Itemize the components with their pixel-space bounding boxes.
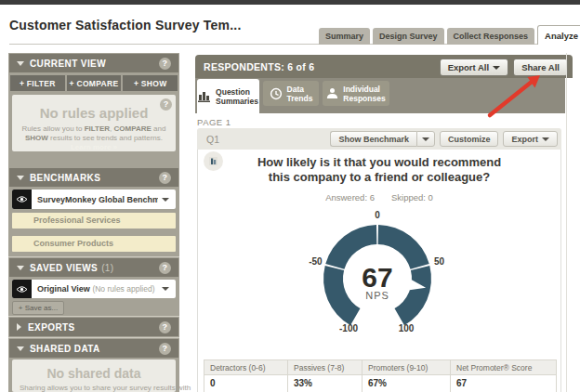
tab-label-line1: Question xyxy=(216,87,250,97)
no-rules-title: No rules applied xyxy=(12,105,176,121)
chevron-down-icon xyxy=(542,137,549,141)
gauge-value: 67 xyxy=(362,262,392,293)
tab-individual-responses[interactable]: IndividualResponses xyxy=(323,81,389,106)
tab-label-line2: Responses xyxy=(343,94,385,103)
saved-views-header[interactable]: SAVED VIEWS (1) xyxy=(9,258,178,277)
window-top-bar xyxy=(0,0,580,5)
tab-design-survey[interactable]: Design Survey xyxy=(373,28,444,45)
show-benchmark-button[interactable]: Show Benchmark xyxy=(330,131,416,147)
no-shared-data-title: No shared data xyxy=(12,366,176,381)
current-view-title: CURRENT VIEW xyxy=(30,59,106,69)
collapse-arrow-icon xyxy=(17,346,24,351)
benchmark-item-consumer-products[interactable]: Consumer Products xyxy=(12,236,176,252)
chevron-down-icon xyxy=(162,198,169,202)
clock-icon xyxy=(270,87,283,100)
help-icon[interactable] xyxy=(159,343,171,355)
help-icon[interactable] xyxy=(159,262,171,274)
exports-header[interactable]: EXPORTS xyxy=(9,318,178,336)
filter-button[interactable]: + FILTER xyxy=(10,75,65,91)
saved-views-count: (1) xyxy=(101,263,113,273)
question-actions: Show Benchmark Customize Export xyxy=(330,131,558,147)
promoters-percent: 67% xyxy=(368,378,450,388)
gauge-tick-label: 50 xyxy=(434,256,445,267)
compare-button[interactable]: + COMPARE xyxy=(67,75,122,91)
shared-data-header[interactable]: SHARED DATA xyxy=(9,339,178,358)
nps-summary-table: Detractors (0-6) Passives (7-8) Promoter… xyxy=(204,359,557,392)
promoters-cell: 67%4 xyxy=(362,375,451,392)
question-header-bar: Q1 Show Benchmark Customize Export xyxy=(197,128,561,150)
tab-label-line1: Individual xyxy=(343,85,380,94)
benchmarks-title: BENCHMARKS xyxy=(30,173,100,183)
export-button[interactable]: Export xyxy=(503,131,558,147)
answered-count: Answered: 6 xyxy=(325,192,375,203)
section-divider xyxy=(8,316,179,317)
passives-cell: 33%2 xyxy=(288,375,362,392)
question-stats: Answered: 6Skipped: 0 xyxy=(198,192,560,203)
help-icon[interactable] xyxy=(160,98,172,111)
column-header-passives: Passives (7-8) xyxy=(288,360,362,375)
no-shared-data-box: No shared data Sharing allows you to sha… xyxy=(12,359,176,392)
saved-view-note: (No rules applied) xyxy=(92,284,154,294)
expand-arrow-icon xyxy=(17,323,21,331)
tab-label-line2: Summaries xyxy=(216,97,258,106)
respondents-count: RESPONDENTS: 6 of 6 xyxy=(204,61,314,72)
tab-collect-responses[interactable]: Collect Responses xyxy=(447,28,535,45)
benchmark-selector[interactable]: SurveyMonkey Global Benchmark xyxy=(12,189,176,209)
show-button[interactable]: + SHOW xyxy=(123,75,178,91)
nps-score-cell: 67 xyxy=(451,375,557,392)
exports-title: EXPORTS xyxy=(28,322,75,333)
shared-data-title: SHARED DATA xyxy=(30,344,100,354)
benchmarks-header[interactable]: BENCHMARKS xyxy=(9,168,178,187)
survey-title: Customer Satisfaction Survey Tem... xyxy=(9,18,241,33)
show-benchmark-dropdown-button[interactable] xyxy=(416,131,435,147)
gauge-arc-segment xyxy=(395,266,432,325)
help-icon[interactable] xyxy=(159,58,171,70)
desc-show: SHOW xyxy=(25,134,48,142)
no-rules-description: Rules allow you to FILTER, COMPARE and S… xyxy=(12,124,176,152)
chevron-down-icon xyxy=(162,287,169,291)
collapse-arrow-icon xyxy=(17,61,24,66)
help-icon[interactable] xyxy=(159,321,171,333)
question-title-line2: this company to a friend or colleague? xyxy=(198,170,560,184)
export-label: Export xyxy=(511,135,538,144)
save-as-button[interactable]: + Save as... xyxy=(12,301,64,315)
tab-question-summaries[interactable]: QuestionSummaries xyxy=(197,79,259,113)
tab-summary[interactable]: Summary xyxy=(319,28,370,45)
gauge-arc-segment xyxy=(323,266,361,325)
eye-icon[interactable] xyxy=(12,189,32,209)
desc-compare: COMPARE xyxy=(114,124,152,133)
tab-label: DataTrends xyxy=(287,85,313,103)
passives-percent: 33% xyxy=(294,378,362,388)
saved-view-name: Original View xyxy=(37,284,90,294)
gauge-unit-label: NPS xyxy=(365,290,389,301)
content-right-border xyxy=(566,53,567,392)
detractors-percent: 0 xyxy=(210,378,287,388)
page-label: PAGE 1 xyxy=(197,117,231,127)
benchmark-item-professional-services[interactable]: Professional Services xyxy=(12,213,176,229)
saved-view-selector[interactable]: Original View (No rules applied) xyxy=(12,280,176,298)
saved-view-label: Original View (No rules applied) xyxy=(32,284,158,294)
tab-label: QuestionSummaries xyxy=(216,87,258,106)
tab-analyze-results[interactable]: Analyze Results xyxy=(537,25,580,45)
detractors-cell: 00 xyxy=(204,375,288,392)
customize-button[interactable]: Customize xyxy=(440,131,499,147)
skipped-count: Skipped: 0 xyxy=(391,192,433,203)
red-annotation-arrow xyxy=(479,67,548,124)
tab-label-line1: Data xyxy=(287,85,304,94)
tab-data-trends[interactable]: DataTrends xyxy=(263,81,319,106)
eye-icon[interactable] xyxy=(12,280,32,298)
nps-gauge-chart: -100-5005010067NPS xyxy=(294,205,461,346)
help-icon[interactable] xyxy=(159,172,171,184)
gauge-tick-label: -100 xyxy=(339,323,358,333)
collapse-arrow-icon xyxy=(17,176,24,180)
survey-nav-tabs: Summary Design Survey Collect Responses … xyxy=(319,25,580,45)
column-header-detractors: Detractors (0-6) xyxy=(204,360,288,375)
current-view-header[interactable]: CURRENT VIEW xyxy=(9,54,178,72)
learn-more-link[interactable]: Learn more » xyxy=(71,143,117,151)
section-divider xyxy=(8,337,179,338)
collapse-arrow-icon xyxy=(17,266,24,270)
tab-label: IndividualResponses xyxy=(343,85,385,103)
no-rules-box: No rules applied Rules allow you to FILT… xyxy=(12,95,176,151)
desc-text: and xyxy=(152,124,166,133)
question-panel: How likely is it that you would recommen… xyxy=(197,150,561,392)
